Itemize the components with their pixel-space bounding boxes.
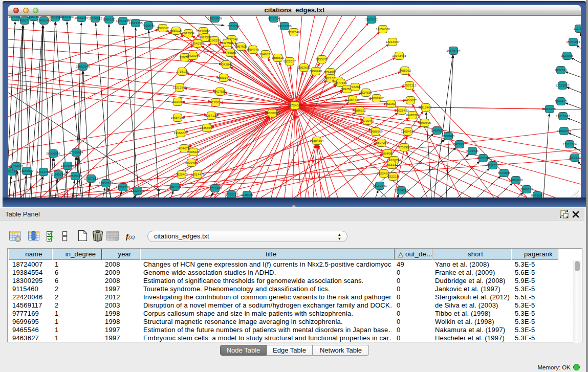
svg-text:21364436: 21364436 — [345, 98, 360, 101]
svg-text:8813054: 8813054 — [268, 16, 280, 20]
svg-text:20691406: 20691406 — [37, 18, 51, 22]
svg-text:15139141: 15139141 — [373, 184, 387, 187]
svg-text:8938923: 8938923 — [442, 134, 455, 138]
svg-text:9857791: 9857791 — [169, 185, 182, 188]
svg-text:9329996: 9329996 — [561, 54, 574, 57]
svg-text:9699695: 9699695 — [419, 121, 431, 124]
svg-text:17925123: 17925123 — [224, 192, 238, 196]
svg-text:20053346: 20053346 — [76, 64, 90, 68]
svg-text:11354051: 11354051 — [9, 164, 24, 168]
svg-text:10543382: 10543382 — [190, 41, 205, 45]
svg-text:12213303: 12213303 — [172, 85, 187, 89]
svg-text:1388520: 1388520 — [272, 56, 285, 59]
svg-text:17016504: 17016504 — [562, 142, 577, 146]
svg-text:2867608: 2867608 — [235, 45, 248, 48]
svg-text:11145194: 11145194 — [52, 172, 66, 176]
svg-text:11353594: 11353594 — [200, 126, 214, 129]
svg-text:12213987: 12213987 — [385, 40, 400, 43]
svg-text:10653287: 10653287 — [74, 16, 89, 19]
svg-text:7955812: 7955812 — [316, 57, 329, 61]
svg-text:15692971: 15692971 — [557, 129, 571, 133]
svg-text:8186328: 8186328 — [208, 38, 221, 42]
svg-text:16210643: 16210643 — [556, 114, 570, 118]
svg-text:9474444: 9474444 — [466, 149, 479, 152]
svg-text:9463627: 9463627 — [404, 98, 417, 102]
svg-text:1332546: 1332546 — [288, 30, 300, 34]
svg-text:6794028: 6794028 — [324, 70, 337, 74]
svg-text:13226058: 13226058 — [196, 29, 210, 33]
svg-text:8498222: 8498222 — [187, 150, 200, 154]
svg-text:9115460: 9115460 — [420, 105, 432, 109]
svg-text:252214: 252214 — [388, 174, 399, 178]
svg-text:10654122: 10654122 — [509, 178, 523, 182]
svg-text:12323446: 12323446 — [130, 189, 145, 192]
svg-text:8756585: 8756585 — [224, 51, 237, 54]
svg-text:9084067: 9084067 — [381, 151, 394, 155]
svg-text:9777169: 9777169 — [335, 81, 347, 84]
svg-text:3215955: 3215955 — [543, 107, 556, 111]
svg-text:17957253: 17957253 — [84, 177, 98, 180]
svg-text:(x): (x) — [128, 234, 135, 240]
svg-text:19218506: 19218506 — [277, 24, 292, 28]
svg-text:10688609: 10688609 — [368, 129, 383, 133]
svg-text:10719185: 10719185 — [116, 19, 130, 23]
svg-text:16648784: 16648784 — [446, 49, 461, 52]
svg-text:3624554: 3624554 — [360, 91, 373, 94]
svg-text:12942757: 12942757 — [36, 170, 51, 173]
svg-text:15751074: 15751074 — [566, 40, 580, 43]
svg-text:15134129: 15134129 — [59, 16, 74, 18]
svg-text:2087652: 2087652 — [365, 17, 378, 21]
svg-text:19654985: 19654985 — [170, 116, 185, 119]
svg-text:12033832: 12033832 — [555, 83, 570, 87]
svg-text:22420046: 22420046 — [186, 54, 200, 57]
svg-text:8454749: 8454749 — [247, 48, 259, 51]
svg-text:18807249: 18807249 — [374, 141, 388, 144]
svg-text:1244415: 1244415 — [555, 99, 568, 103]
svg-text:9327508: 9327508 — [221, 41, 234, 45]
svg-text:62160: 62160 — [386, 102, 396, 105]
svg-text:7386322: 7386322 — [354, 108, 366, 112]
svg-text:7485063: 7485063 — [399, 69, 411, 72]
svg-text:8099489: 8099489 — [185, 161, 198, 164]
svg-text:2803144: 2803144 — [217, 76, 230, 79]
svg-text:3267130: 3267130 — [205, 114, 218, 117]
svg-text:8990448: 8990448 — [310, 69, 322, 73]
svg-text:9115461: 9115461 — [241, 193, 253, 196]
svg-text:10025453: 10025453 — [395, 108, 409, 112]
svg-text:10958107: 10958107 — [99, 181, 113, 185]
svg-text:6479197: 6479197 — [453, 142, 466, 146]
svg-text:13716485: 13716485 — [208, 186, 222, 190]
svg-text:19654923: 19654923 — [401, 129, 415, 133]
svg-text:7663822: 7663822 — [157, 26, 169, 30]
svg-text:15276022: 15276022 — [88, 16, 102, 20]
svg-text:2935114: 2935114 — [477, 156, 489, 160]
svg-text:9242848: 9242848 — [220, 62, 233, 66]
svg-text:19166827: 19166827 — [173, 131, 188, 135]
svg-text:1167533: 1167533 — [569, 156, 581, 159]
svg-text:16154808: 16154808 — [376, 27, 390, 31]
svg-text:16033809: 16033809 — [208, 16, 222, 20]
svg-text:7625402: 7625402 — [176, 172, 188, 176]
svg-text:8322037: 8322037 — [284, 59, 296, 63]
svg-text:19384554: 19384554 — [310, 139, 324, 142]
svg-text:17359934: 17359934 — [69, 150, 83, 154]
svg-text:8473695: 8473695 — [531, 193, 544, 197]
svg-text:417005: 417005 — [210, 100, 221, 104]
svg-text:10975867: 10975867 — [60, 164, 75, 167]
svg-text:11156829: 11156829 — [20, 169, 34, 172]
svg-text:7515546: 7515546 — [142, 24, 155, 27]
svg-text:1362615: 1362615 — [298, 65, 311, 69]
svg-text:16782759: 16782759 — [116, 185, 130, 189]
svg-text:16914479: 16914479 — [190, 172, 205, 176]
svg-text:1010753: 1010753 — [171, 100, 184, 103]
svg-text:18724007: 18724007 — [288, 103, 302, 107]
svg-text:9227343: 9227343 — [555, 68, 568, 72]
svg-text:17134246: 17134246 — [394, 188, 408, 192]
svg-text:12975115: 12975115 — [402, 83, 417, 87]
svg-text:10807467: 10807467 — [369, 96, 384, 100]
svg-text:1615132: 1615132 — [385, 163, 398, 166]
svg-text:7632621: 7632621 — [487, 163, 499, 167]
svg-text:15720407: 15720407 — [360, 119, 375, 122]
svg-text:1640953: 1640953 — [431, 128, 444, 132]
svg-text:20206536: 20206536 — [46, 151, 60, 155]
